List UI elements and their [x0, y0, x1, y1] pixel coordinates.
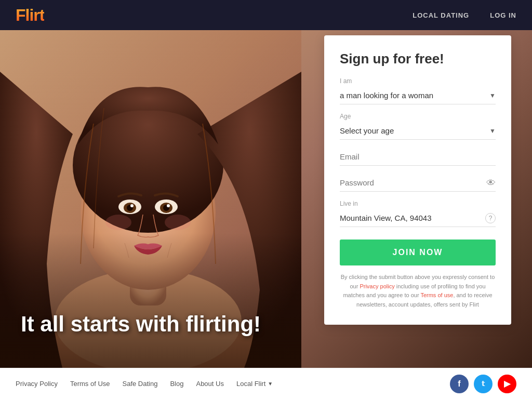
header: Flirt LOCAL DATING LOG IN	[0, 0, 532, 30]
footer-about-us-link[interactable]: About Us	[196, 380, 223, 388]
password-visibility-toggle-icon[interactable]: 👁	[486, 178, 496, 189]
consent-text: By clicking the submit button above you …	[340, 273, 496, 309]
footer-links: Privacy Policy Terms of Use Safe Dating …	[16, 380, 273, 388]
age-select[interactable]: Select your age	[340, 122, 496, 140]
hero-tagline: It all starts with flirting!	[21, 312, 261, 337]
terms-of-use-link[interactable]: Terms of use	[420, 292, 453, 298]
password-group: 👁	[340, 174, 496, 192]
iam-label: I am	[340, 77, 496, 85]
email-group	[340, 148, 496, 166]
footer-terms-of-use-link[interactable]: Terms of Use	[70, 380, 110, 388]
livein-group: Live in ?	[340, 200, 496, 227]
login-link[interactable]: LOG IN	[490, 11, 516, 19]
twitter-icon[interactable]: 𝕥	[474, 375, 493, 393]
logo-text: Flirt	[16, 6, 44, 25]
iam-select[interactable]: a man looking for a woman a woman lookin…	[340, 87, 496, 104]
livein-help-icon[interactable]: ?	[485, 213, 496, 223]
iam-group: I am a man looking for a woman a woman l…	[340, 77, 496, 104]
age-select-wrapper[interactable]: Select your age	[340, 122, 496, 140]
privacy-policy-link[interactable]: Privacy policy	[360, 283, 394, 289]
email-input[interactable]	[340, 148, 496, 166]
signup-panel: Sign up for free! I am a man looking for…	[324, 35, 511, 325]
livein-label: Live in	[340, 200, 496, 207]
facebook-icon[interactable]: f	[450, 375, 469, 393]
join-now-button[interactable]: JOIN NOW	[340, 240, 496, 265]
header-nav: LOCAL DATING LOG IN	[413, 11, 516, 19]
livein-input[interactable]	[340, 209, 496, 227]
youtube-icon[interactable]: ▶	[498, 375, 516, 393]
password-input[interactable]	[340, 174, 496, 192]
local-dating-link[interactable]: LOCAL DATING	[413, 11, 469, 19]
footer: Privacy Policy Terms of Use Safe Dating …	[0, 368, 532, 399]
footer-blog-link[interactable]: Blog	[170, 380, 183, 388]
logo: Flirt	[16, 6, 44, 25]
livein-input-wrapper: ?	[340, 209, 496, 227]
footer-safe-dating-link[interactable]: Safe Dating	[123, 380, 158, 388]
footer-local-flirt-wrapper[interactable]: Local Flirt ▼	[236, 380, 273, 388]
iam-select-wrapper[interactable]: a man looking for a woman a woman lookin…	[340, 87, 496, 104]
email-input-wrapper	[340, 148, 496, 166]
password-input-wrapper: 👁	[340, 174, 496, 192]
footer-local-flirt-link[interactable]: Local Flirt	[236, 380, 265, 388]
social-icons: f 𝕥 ▶	[450, 375, 516, 393]
signup-title: Sign up for free!	[340, 51, 496, 67]
age-group: Age Select your age	[340, 113, 496, 140]
hero-section: It all starts with flirting! Sign up for…	[0, 30, 532, 368]
footer-privacy-policy-link[interactable]: Privacy Policy	[16, 380, 58, 388]
local-flirt-chevron-icon: ▼	[268, 381, 273, 387]
age-label: Age	[340, 113, 496, 120]
